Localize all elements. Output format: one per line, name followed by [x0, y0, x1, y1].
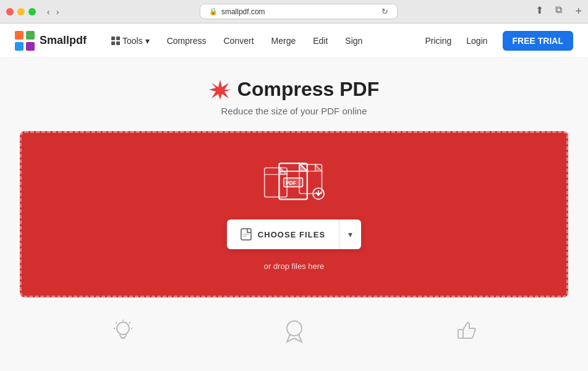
new-tab-button[interactable]: ⧉: [555, 5, 570, 15]
feature-icon-1: [109, 317, 137, 344]
lightbulb-icon: [109, 317, 137, 344]
svg-rect-1: [26, 31, 35, 40]
dropdown-chevron: ▾: [348, 229, 352, 239]
svg-point-21: [117, 322, 129, 335]
tools-menu[interactable]: Tools ▾: [104, 32, 157, 49]
choose-files-button[interactable]: CHOOSE FILES: [227, 220, 339, 249]
drop-zone-inner: PDF: [227, 163, 361, 271]
choose-files-wrapper[interactable]: CHOOSE FILES ▾: [227, 220, 361, 249]
nav-right: Pricing Login FREE TRIAL: [425, 31, 573, 51]
logo-svg: [15, 31, 35, 51]
feature-icon-2: [281, 317, 308, 344]
pdf-files-icon: PDF: [263, 158, 325, 207]
window-buttons-right: ⬆ ⧉ +: [535, 5, 582, 18]
nav-arrows: ‹ ›: [45, 6, 61, 18]
refresh-button[interactable]: ↻: [381, 7, 388, 16]
grid-icon: [111, 36, 120, 45]
svg-marker-9: [315, 164, 322, 171]
back-button[interactable]: ‹: [45, 6, 53, 18]
svg-line-24: [129, 322, 130, 323]
address-bar-container: 🔒 smallpdf.com ↻: [72, 4, 524, 19]
drop-zone[interactable]: PDF: [20, 131, 568, 297]
drop-hint-text: or drop files here: [264, 262, 325, 271]
edit-link[interactable]: Edit: [305, 32, 335, 49]
award-icon: [281, 317, 308, 344]
svg-rect-2: [15, 42, 23, 51]
compress-pdf-icon: [209, 79, 231, 101]
tools-chevron: ▾: [145, 36, 150, 46]
add-tab-button[interactable]: +: [575, 5, 582, 18]
address-text: smallpdf.com: [221, 7, 265, 16]
sign-link[interactable]: Sign: [338, 32, 370, 49]
svg-point-28: [287, 321, 302, 336]
svg-marker-4: [209, 80, 231, 100]
forward-button[interactable]: ›: [54, 6, 62, 18]
merge-link[interactable]: Merge: [264, 32, 304, 49]
lock-icon: 🔒: [209, 7, 218, 15]
svg-rect-29: [458, 330, 463, 338]
svg-line-25: [116, 322, 117, 323]
pdf-icon-group: PDF: [263, 163, 325, 207]
thumbsup-icon: [452, 317, 479, 344]
svg-text:PDF: PDF: [286, 181, 296, 186]
page-title: Compress PDF: [237, 78, 379, 101]
tools-label: Tools: [122, 36, 143, 46]
choose-files-dropdown-button[interactable]: ▾: [339, 220, 361, 249]
logo[interactable]: Smallpdf: [15, 31, 87, 51]
compress-link[interactable]: Compress: [160, 32, 214, 49]
svg-rect-3: [26, 42, 35, 51]
feature-icon-3: [452, 317, 479, 344]
page-title-row: Compress PDF: [12, 78, 576, 101]
page-subtitle: Reduce the size of your PDF online: [12, 106, 576, 116]
window-chrome: ‹ › 🔒 smallpdf.com ↻ ⬆ ⧉ +: [0, 0, 588, 23]
browser-content: Smallpdf Tools ▾ Compress Convert Merg: [0, 23, 588, 371]
close-button[interactable]: [6, 8, 14, 15]
minimize-button[interactable]: [17, 8, 25, 15]
traffic-lights: [6, 8, 36, 15]
page-header: Compress PDF Reduce the size of your PDF…: [0, 58, 588, 131]
file-icon: [241, 228, 252, 241]
share-button[interactable]: ⬆: [535, 5, 550, 15]
address-bar[interactable]: 🔒 smallpdf.com ↻: [200, 4, 398, 19]
svg-rect-0: [15, 31, 23, 40]
navbar: Smallpdf Tools ▾ Compress Convert Merg: [0, 23, 588, 58]
convert-link[interactable]: Convert: [216, 32, 262, 49]
nav-links: Tools ▾ Compress Convert Merge Edit Sign: [104, 32, 370, 49]
fullscreen-button[interactable]: [28, 8, 36, 15]
page-content: Compress PDF Reduce the size of your PDF…: [0, 58, 588, 371]
bottom-icons: [0, 297, 588, 364]
free-trial-button[interactable]: FREE TRIAL: [503, 31, 573, 51]
pricing-link[interactable]: Pricing: [425, 36, 451, 46]
login-link[interactable]: Login: [459, 32, 495, 49]
choose-files-label: CHOOSE FILES: [258, 230, 325, 239]
logo-text: Smallpdf: [40, 34, 87, 47]
